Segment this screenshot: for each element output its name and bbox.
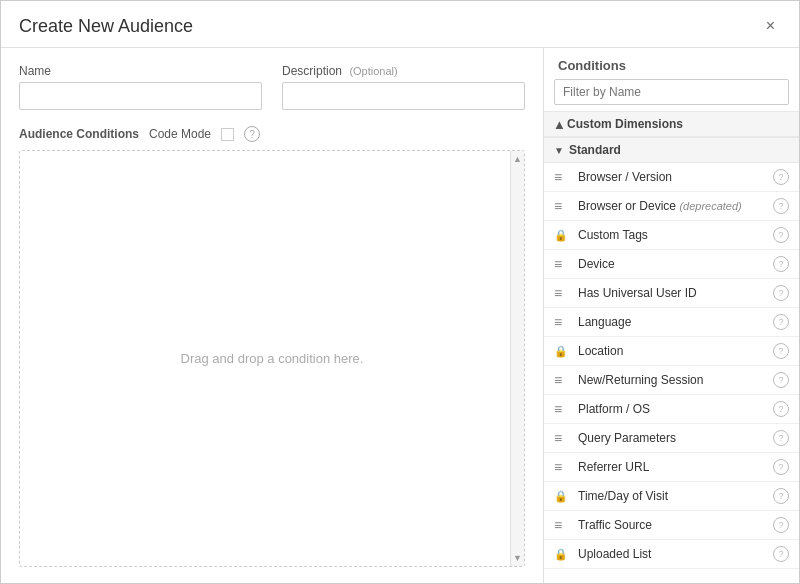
condition-help-new-returning-session[interactable]: ? <box>773 372 789 388</box>
audience-conditions-label: Audience Conditions <box>19 127 139 141</box>
condition-help-traffic-source[interactable]: ? <box>773 517 789 533</box>
lock-icon-custom-tags: 🔒 <box>554 229 570 242</box>
condition-item-uploaded-list[interactable]: 🔒 Uploaded List ? <box>544 540 799 569</box>
name-input[interactable] <box>19 82 262 110</box>
drop-zone-text: Drag and drop a condition here. <box>181 351 364 366</box>
condition-name-location: Location <box>578 344 773 358</box>
lines-icon-traffic-source: ≡ <box>554 517 570 533</box>
lines-icon-referrer-url: ≡ <box>554 459 570 475</box>
conditions-help-icon[interactable]: ? <box>244 126 260 142</box>
group-arrow-standard: ▼ <box>554 145 564 156</box>
condition-name-query-parameters: Query Parameters <box>578 431 773 445</box>
condition-help-uploaded-list[interactable]: ? <box>773 546 789 562</box>
condition-help-language[interactable]: ? <box>773 314 789 330</box>
lines-icon-platform-os: ≡ <box>554 401 570 417</box>
condition-name-browser-version: Browser / Version <box>578 170 773 184</box>
condition-name-uploaded-list: Uploaded List <box>578 547 773 561</box>
condition-item-browser-version[interactable]: ≡ Browser / Version ? <box>544 163 799 192</box>
condition-item-has-universal-user-id[interactable]: ≡ Has Universal User ID ? <box>544 279 799 308</box>
group-header-standard[interactable]: ▼ Standard <box>544 137 799 163</box>
modal-title: Create New Audience <box>19 16 193 37</box>
condition-name-browser-device: Browser or Device (deprecated) <box>578 199 773 213</box>
condition-help-time-day-of-visit[interactable]: ? <box>773 488 789 504</box>
condition-item-custom-tags[interactable]: 🔒 Custom Tags ? <box>544 221 799 250</box>
condition-name-custom-tags: Custom Tags <box>578 228 773 242</box>
create-audience-modal: Create New Audience × Name Description (… <box>0 0 800 584</box>
condition-help-browser-version[interactable]: ? <box>773 169 789 185</box>
conditions-header: Audience Conditions Code Mode ? <box>19 126 525 142</box>
condition-item-language[interactable]: ≡ Language ? <box>544 308 799 337</box>
condition-name-new-returning-session: New/Returning Session <box>578 373 773 387</box>
code-mode-label: Code Mode <box>149 127 211 141</box>
group-header-custom-dimensions[interactable]: ▶ Custom Dimensions <box>544 111 799 137</box>
condition-item-traffic-source[interactable]: ≡ Traffic Source ? <box>544 511 799 540</box>
condition-name-traffic-source: Traffic Source <box>578 518 773 532</box>
condition-item-query-parameters[interactable]: ≡ Query Parameters ? <box>544 424 799 453</box>
lock-icon-uploaded-list: 🔒 <box>554 548 570 561</box>
group-label-custom-dimensions: Custom Dimensions <box>567 117 683 131</box>
condition-name-platform-os: Platform / OS <box>578 402 773 416</box>
drop-zone: Drag and drop a condition here. ▲ ▼ <box>19 150 525 567</box>
filter-input-wrap <box>544 79 799 111</box>
condition-name-language: Language <box>578 315 773 329</box>
condition-help-platform-os[interactable]: ? <box>773 401 789 417</box>
description-input[interactable] <box>282 82 525 110</box>
group-arrow-custom-dimensions: ▶ <box>553 120 564 128</box>
lock-icon-time-day-of-visit: 🔒 <box>554 490 570 503</box>
lines-icon-query-parameters: ≡ <box>554 430 570 446</box>
condition-item-browser-device[interactable]: ≡ Browser or Device (deprecated) ? <box>544 192 799 221</box>
modal-body: Name Description (Optional) Audience Con… <box>1 48 799 583</box>
code-mode-checkbox[interactable] <box>221 128 234 141</box>
lines-icon-has-universal-user-id: ≡ <box>554 285 570 301</box>
condition-item-new-returning-session[interactable]: ≡ New/Returning Session ? <box>544 366 799 395</box>
condition-help-device[interactable]: ? <box>773 256 789 272</box>
name-group: Name <box>19 64 262 110</box>
lines-icon-language: ≡ <box>554 314 570 330</box>
modal-header: Create New Audience × <box>1 1 799 48</box>
condition-item-time-day-of-visit[interactable]: 🔒 Time/Day of Visit ? <box>544 482 799 511</box>
condition-item-location[interactable]: 🔒 Location ? <box>544 337 799 366</box>
scroll-down-arrow[interactable]: ▼ <box>511 550 524 566</box>
condition-name-device: Device <box>578 257 773 271</box>
left-panel: Name Description (Optional) Audience Con… <box>1 48 544 583</box>
lines-icon-browser-version: ≡ <box>554 169 570 185</box>
description-group: Description (Optional) <box>282 64 525 110</box>
close-button[interactable]: × <box>760 15 781 37</box>
group-label-standard: Standard <box>569 143 621 157</box>
condition-help-browser-device[interactable]: ? <box>773 198 789 214</box>
description-label: Description (Optional) <box>282 64 525 78</box>
name-label: Name <box>19 64 262 78</box>
lines-icon-browser-device: ≡ <box>554 198 570 214</box>
condition-item-platform-os[interactable]: ≡ Platform / OS ? <box>544 395 799 424</box>
form-row: Name Description (Optional) <box>19 64 525 110</box>
condition-help-custom-tags[interactable]: ? <box>773 227 789 243</box>
condition-name-referrer-url: Referrer URL <box>578 460 773 474</box>
right-panel: Conditions ▶ Custom Dimensions ▼ Standar… <box>544 48 799 583</box>
filter-input[interactable] <box>554 79 789 105</box>
condition-item-referrer-url[interactable]: ≡ Referrer URL ? <box>544 453 799 482</box>
condition-help-referrer-url[interactable]: ? <box>773 459 789 475</box>
conditions-list: ▶ Custom Dimensions ▼ Standard ≡ Browser… <box>544 111 799 583</box>
lines-icon-new-returning-session: ≡ <box>554 372 570 388</box>
condition-help-has-universal-user-id[interactable]: ? <box>773 285 789 301</box>
scroll-up-arrow[interactable]: ▲ <box>511 151 524 167</box>
lines-icon-device: ≡ <box>554 256 570 272</box>
condition-help-query-parameters[interactable]: ? <box>773 430 789 446</box>
condition-help-location[interactable]: ? <box>773 343 789 359</box>
drop-zone-scrollbar[interactable]: ▲ ▼ <box>510 151 524 566</box>
lock-icon-location: 🔒 <box>554 345 570 358</box>
condition-item-device[interactable]: ≡ Device ? <box>544 250 799 279</box>
condition-name-has-universal-user-id: Has Universal User ID <box>578 286 773 300</box>
conditions-panel-header: Conditions <box>544 48 799 79</box>
condition-name-time-day-of-visit: Time/Day of Visit <box>578 489 773 503</box>
